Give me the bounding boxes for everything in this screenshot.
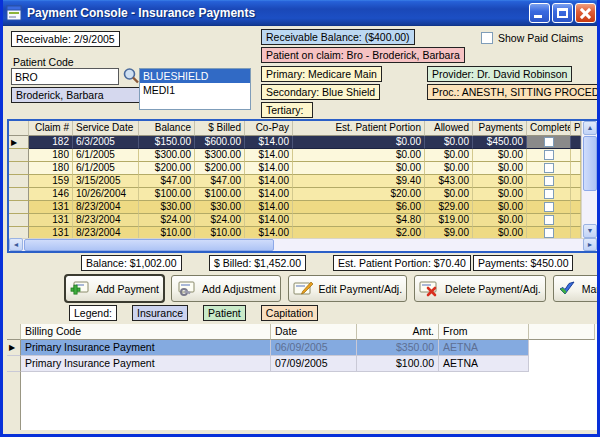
complete-checkbox[interactable] [544,228,554,238]
scroll-right-icon[interactable] [583,238,597,251]
row-selector[interactable] [9,227,29,238]
secondary-insurance-box: Secondary: Blue Shield [261,84,380,100]
vertical-scroll-thumb[interactable] [583,136,597,191]
total-payments-box: Payments: $450.00 [473,255,573,271]
row-selector[interactable] [9,162,29,175]
insurance-list-item[interactable]: MEDI1 [140,83,250,97]
col-allowed[interactable]: Allowed [425,121,473,136]
payments-grid: Billing Code Date Amt. From ▶Primary Ins… [7,324,599,430]
col-amt[interactable]: Amt. [357,324,439,340]
row-selector[interactable] [9,188,29,201]
maximize-button[interactable] [552,3,573,23]
col-billing-code[interactable]: Billing Code [21,324,271,340]
billing-code: Primary Insurance Payment [21,340,271,356]
col-copay[interactable]: Co-Pay [245,121,293,136]
mark-complete-icon [558,280,576,297]
complete-checkbox[interactable] [544,163,554,173]
claims-row[interactable]: 1318/23/2004$30.00$30.00$14.00$6.00$29.0… [9,201,581,214]
close-button[interactable] [575,3,596,23]
row-selector[interactable] [9,201,29,214]
claim-number: 146 [29,188,73,201]
complete-checkbox[interactable] [544,189,554,199]
delete-payment-button[interactable]: Delete Payment/Adj. [414,275,546,302]
row-selector[interactable] [9,149,29,162]
row-selector[interactable]: ▶ [7,340,21,356]
balance: $24.00 [139,214,195,227]
billed: $30.00 [195,201,245,214]
claims-row[interactable]: 1806/1/2005$300.00$300.00$14.00$0.00$0.0… [9,149,581,162]
service-date: 6/3/2005 [73,136,139,149]
est-patient-portion: $6.00 [293,201,425,214]
balance: $200.00 [139,162,195,175]
col-claim[interactable]: Claim # [29,121,73,136]
balance: $47.00 [139,175,195,188]
add-adjustment-button[interactable]: Add Adjustment [171,275,281,302]
payment-date: 07/09/2005 [271,356,357,372]
col-est-patient-portion[interactable]: Est. Patient Portion [293,121,425,136]
claims-row[interactable]: 1806/1/2005$200.00$200.00$14.00$0.00$0.0… [9,162,581,175]
service-date: 6/1/2005 [73,149,139,162]
minimize-button[interactable] [529,3,550,23]
insurance-listbox[interactable]: BLUESHIELD MEDI1 [139,68,251,110]
claims-row[interactable]: ▶1826/3/2005$150.00$600.00$14.00$0.00$0.… [9,136,581,149]
payments: $0.00 [473,162,527,175]
show-paid-claims-checkbox[interactable] [481,32,493,44]
row-selector[interactable] [7,356,21,372]
app-icon [6,5,23,21]
complete-cell [527,188,571,201]
claims-vertical-scrollbar[interactable] [581,121,597,238]
col-service-date[interactable]: Service Date [73,121,139,136]
mark-complete-button[interactable]: Mark Complete [553,275,600,302]
titlebar: Payment Console - Insurance Payments [0,0,600,26]
payment-row[interactable]: Primary Insurance Payment07/09/2005$100.… [7,356,599,372]
col-billed[interactable]: $ Billed [195,121,245,136]
scroll-up-icon[interactable] [583,121,597,135]
row-selector[interactable] [9,214,29,227]
claims-row[interactable]: 1318/23/2004$24.00$24.00$14.00$4.80$19.0… [9,214,581,227]
col-payments[interactable]: Payments [473,121,527,136]
insurance-list-item[interactable]: BLUESHIELD [140,69,250,83]
payments: $0.00 [473,149,527,162]
complete-cell [527,214,571,227]
row-selector[interactable]: ▶ [9,136,29,149]
claims-row[interactable]: 1318/23/2004$10.00$10.00$14.00$2.00$9.00… [9,227,581,238]
col-from[interactable]: From [439,324,529,340]
scroll-down-icon[interactable] [583,224,597,238]
payment-amount: $350.00 [357,340,439,356]
complete-checkbox[interactable] [544,150,554,160]
add-payment-button[interactable]: Add Payment [65,275,164,302]
edit-payment-label: Edit Payment/Adj. [319,283,402,295]
col-date[interactable]: Date [271,324,357,340]
scroll-left-icon[interactable] [9,238,23,251]
col-complete[interactable]: Complete [527,121,571,136]
delete-payment-label: Delete Payment/Adj. [445,283,541,295]
col-partial[interactable]: P [571,121,581,136]
claims-row[interactable]: 14610/26/2004$100.00$100.00$14.00$20.00$… [9,188,581,201]
billed: $10.00 [195,227,245,238]
partial-cell [571,175,581,188]
claim-number: 182 [29,136,73,149]
payments-rows: ▶Primary Insurance Payment06/09/2005$350… [7,340,599,372]
horizontal-scroll-thumb[interactable] [24,239,274,251]
mark-complete-label: Mark Complete [582,283,600,295]
complete-checkbox[interactable] [544,202,554,212]
show-paid-claims[interactable]: Show Paid Claims [481,32,583,44]
billed: $47.00 [195,175,245,188]
minimize-icon [534,15,542,18]
copay: $14.00 [245,175,293,188]
complete-checkbox[interactable] [544,137,554,147]
patient-code-input[interactable] [11,68,119,85]
claims-horizontal-scrollbar[interactable] [9,238,597,251]
copay: $14.00 [245,188,293,201]
search-icon[interactable] [122,67,140,85]
col-balance[interactable]: Balance [139,121,195,136]
complete-checkbox[interactable] [544,176,554,186]
row-selector[interactable] [9,175,29,188]
payment-row[interactable]: ▶Primary Insurance Payment06/09/2005$350… [7,340,599,356]
balance: $30.00 [139,201,195,214]
complete-checkbox[interactable] [544,215,554,225]
add-payment-label: Add Payment [96,283,159,295]
claims-row[interactable]: 1593/15/2005$47.00$47.00$14.00$9.40$43.0… [9,175,581,188]
add-payment-icon [70,281,90,297]
edit-payment-button[interactable]: Edit Payment/Adj. [288,275,407,302]
